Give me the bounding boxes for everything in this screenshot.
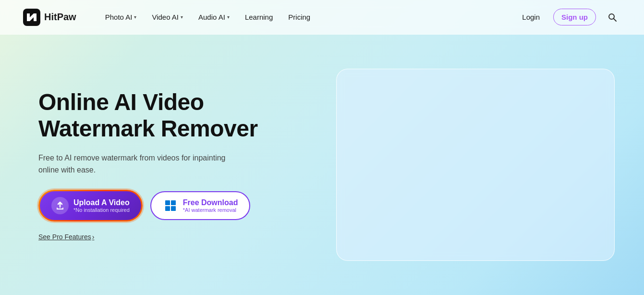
- upload-btn-text: Upload A Video *No installation required: [73, 198, 130, 213]
- chevron-right-icon: ›: [92, 233, 95, 241]
- right-content: [336, 69, 615, 261]
- left-content: Online AI Video Watermark Remover Free t…: [38, 89, 307, 241]
- chevron-down-icon: ▾: [227, 14, 230, 20]
- upload-button-wrapper: Upload A Video *No installation required: [38, 190, 143, 221]
- windows-icon: [163, 198, 178, 213]
- login-button[interactable]: Login: [516, 9, 546, 25]
- nav-item-learning[interactable]: Learning: [239, 9, 279, 25]
- nav-items: Photo AI ▾ Video AI ▾ Audio AI ▾ Learnin…: [99, 9, 517, 25]
- navbar: HitPaw Photo AI ▾ Video AI ▾ Audio AI ▾ …: [0, 0, 644, 35]
- nav-right: Login Sign up: [516, 9, 621, 26]
- chevron-down-icon: ▾: [181, 14, 183, 20]
- svg-line-2: [614, 19, 616, 21]
- upload-video-button[interactable]: Upload A Video *No installation required: [40, 191, 141, 220]
- free-download-button[interactable]: Free Download *AI watermark removal: [150, 191, 251, 220]
- see-pro-features-link[interactable]: See Pro Features ›: [38, 233, 307, 241]
- logo-text: HitPaw: [44, 12, 76, 23]
- hero-title: Online AI Video Watermark Remover: [38, 89, 307, 142]
- search-icon: [608, 12, 617, 22]
- main-content: Online AI Video Watermark Remover Free t…: [0, 35, 644, 295]
- nav-item-photo-ai[interactable]: Photo AI ▾: [99, 9, 143, 25]
- nav-item-audio-ai[interactable]: Audio AI ▾: [193, 9, 235, 25]
- search-button[interactable]: [604, 9, 621, 26]
- upload-icon: [51, 197, 69, 214]
- logo[interactable]: HitPaw: [23, 9, 76, 26]
- hero-subtitle: Free to AI remove watermark from videos …: [38, 152, 240, 176]
- signup-button[interactable]: Sign up: [553, 9, 596, 25]
- hitpaw-logo-icon: [23, 9, 40, 26]
- chevron-down-icon: ▾: [134, 14, 136, 20]
- download-btn-text: Free Download *AI watermark removal: [183, 198, 238, 213]
- cta-buttons: Upload A Video *No installation required: [38, 190, 307, 221]
- video-preview-box: [336, 69, 615, 261]
- nav-item-pricing[interactable]: Pricing: [282, 9, 316, 25]
- nav-item-video-ai[interactable]: Video AI ▾: [146, 9, 189, 25]
